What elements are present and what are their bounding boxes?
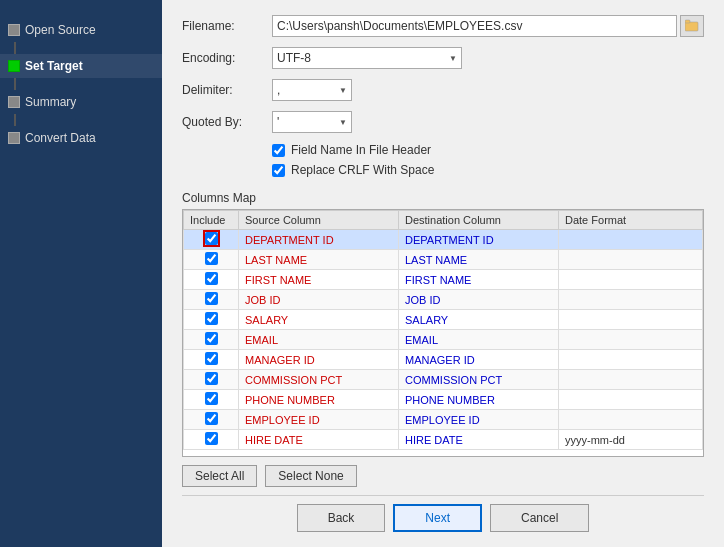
destination-column-cell: EMAIL (399, 330, 559, 350)
columns-map-section: Columns Map Include Source Column Destin… (182, 191, 704, 457)
include-checkbox[interactable] (205, 412, 218, 425)
main-container: Open Source Set Target (0, 0, 724, 547)
destination-column-cell: FIRST NAME (399, 270, 559, 290)
set-target-label: Set Target (25, 59, 83, 73)
encoding-select[interactable]: UTF-8 UTF-16 ISO-8859-1 ASCII (272, 47, 462, 69)
include-checkbox[interactable] (205, 432, 218, 445)
table-row: DEPARTMENT IDDEPARTMENT ID (184, 230, 703, 250)
content-area: Filename: Encoding: UTF-8 UTF-16 ISO-885… (162, 0, 724, 547)
svg-rect-1 (685, 20, 690, 23)
folder-icon (685, 19, 699, 33)
date-format-cell (559, 230, 703, 250)
nav-buttons-area: Back Next Cancel (182, 495, 704, 537)
date-format-cell: yyyy-mm-dd (559, 430, 703, 450)
sidebar-item-set-target[interactable]: Set Target (0, 54, 162, 78)
source-column-cell: JOB ID (239, 290, 399, 310)
include-checkbox[interactable] (205, 372, 218, 385)
include-checkbox[interactable] (205, 352, 218, 365)
browse-button[interactable] (680, 15, 704, 37)
include-cell (184, 230, 239, 250)
destination-column-cell: LAST NAME (399, 250, 559, 270)
quotedby-select[interactable]: ' " None (272, 111, 352, 133)
include-checkbox[interactable] (205, 232, 218, 245)
col-header-date: Date Format (559, 211, 703, 230)
date-format-cell (559, 290, 703, 310)
include-cell (184, 390, 239, 410)
filename-input[interactable] (272, 15, 677, 37)
destination-column-cell: HIRE DATE (399, 430, 559, 450)
convert-data-icon (8, 132, 20, 144)
summary-icon (8, 96, 20, 108)
table-row: MANAGER IDMANAGER ID (184, 350, 703, 370)
date-format-cell (559, 330, 703, 350)
table-row: COMMISSION PCTCOMMISSION PCT (184, 370, 703, 390)
include-checkbox[interactable] (205, 312, 218, 325)
include-checkbox[interactable] (205, 392, 218, 405)
table-row: PHONE NUMBERPHONE NUMBER (184, 390, 703, 410)
columns-table-wrapper: Include Source Column Destination Column… (182, 209, 704, 457)
source-column-cell: DEPARTMENT ID (239, 230, 399, 250)
include-checkbox[interactable] (205, 272, 218, 285)
table-row: EMPLOYEE IDEMPLOYEE ID (184, 410, 703, 430)
field-name-checkbox-label[interactable]: Field Name In File Header (291, 143, 431, 157)
replace-crlf-checkbox-label[interactable]: Replace CRLF With Space (291, 163, 434, 177)
columns-table: Include Source Column Destination Column… (183, 210, 703, 450)
encoding-select-wrapper: UTF-8 UTF-16 ISO-8859-1 ASCII (272, 47, 462, 69)
quotedby-label: Quoted By: (182, 115, 272, 129)
include-cell (184, 330, 239, 350)
date-format-cell (559, 390, 703, 410)
sidebar-item-open-source[interactable]: Open Source (0, 18, 162, 42)
v-line-1 (14, 42, 16, 54)
source-column-cell: EMPLOYEE ID (239, 410, 399, 430)
summary-label: Summary (25, 95, 76, 109)
connector-2 (0, 78, 162, 90)
field-name-checkbox[interactable] (272, 144, 285, 157)
col-header-source: Source Column (239, 211, 399, 230)
include-checkbox[interactable] (205, 332, 218, 345)
include-cell (184, 290, 239, 310)
delimiter-select-wrapper: , ; | Tab (272, 79, 352, 101)
source-column-cell: FIRST NAME (239, 270, 399, 290)
next-button[interactable]: Next (393, 504, 482, 532)
connector-3 (0, 114, 162, 126)
filename-field-wrapper (272, 15, 704, 37)
source-column-cell: LAST NAME (239, 250, 399, 270)
columns-map-title: Columns Map (182, 191, 704, 205)
destination-column-cell: DEPARTMENT ID (399, 230, 559, 250)
filename-label: Filename: (182, 19, 272, 33)
col-header-destination: Destination Column (399, 211, 559, 230)
delimiter-label: Delimiter: (182, 83, 272, 97)
source-column-cell: SALARY (239, 310, 399, 330)
delimiter-row: Delimiter: , ; | Tab (182, 79, 704, 101)
open-source-icon (8, 24, 20, 36)
source-column-cell: HIRE DATE (239, 430, 399, 450)
encoding-label: Encoding: (182, 51, 272, 65)
sidebar-tree: Open Source Set Target (0, 8, 162, 160)
quotedby-select-wrapper: ' " None (272, 111, 352, 133)
encoding-row: Encoding: UTF-8 UTF-16 ISO-8859-1 ASCII (182, 47, 704, 69)
include-cell (184, 310, 239, 330)
sidebar-item-summary[interactable]: Summary (0, 90, 162, 114)
date-format-cell (559, 250, 703, 270)
destination-column-cell: MANAGER ID (399, 350, 559, 370)
field-name-checkbox-row: Field Name In File Header (272, 143, 704, 157)
svg-rect-0 (685, 22, 698, 31)
cancel-button[interactable]: Cancel (490, 504, 589, 532)
source-column-cell: EMAIL (239, 330, 399, 350)
filename-row: Filename: (182, 15, 704, 37)
table-row: LAST NAMELAST NAME (184, 250, 703, 270)
back-button[interactable]: Back (297, 504, 386, 532)
convert-data-label: Convert Data (25, 131, 96, 145)
include-checkbox[interactable] (205, 252, 218, 265)
include-checkbox[interactable] (205, 292, 218, 305)
replace-crlf-checkbox-row: Replace CRLF With Space (272, 163, 704, 177)
select-none-button[interactable]: Select None (265, 465, 356, 487)
include-cell (184, 250, 239, 270)
include-cell (184, 410, 239, 430)
replace-crlf-checkbox[interactable] (272, 164, 285, 177)
select-all-button[interactable]: Select All (182, 465, 257, 487)
include-cell (184, 370, 239, 390)
sidebar-item-convert-data[interactable]: Convert Data (0, 126, 162, 150)
destination-column-cell: PHONE NUMBER (399, 390, 559, 410)
delimiter-select[interactable]: , ; | Tab (272, 79, 352, 101)
